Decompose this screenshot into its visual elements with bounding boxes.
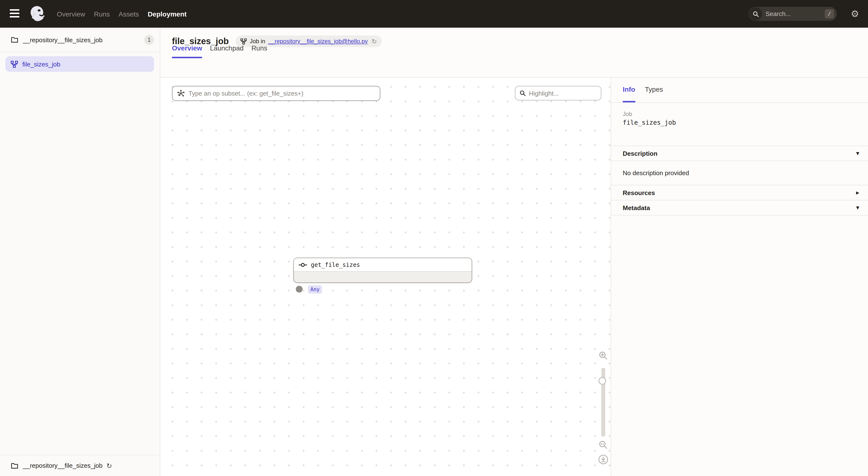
footer-repository-name: __repository__file_sizes_job xyxy=(23,462,102,469)
highlight-filter xyxy=(515,86,601,100)
primary-nav: Overview Runs Assets Deployment xyxy=(57,0,187,28)
description-text: No description provided xyxy=(623,169,689,177)
sidebar-item-label: file_sizes_job xyxy=(22,60,60,68)
search-icon xyxy=(749,7,762,21)
op-subset-input[interactable] xyxy=(188,90,375,97)
tab-runs[interactable]: Runs xyxy=(251,28,267,58)
repository-name: __repository__file_sizes_job xyxy=(23,36,144,43)
job-origin-link[interactable]: __repository__file_sizes_job@hello.py xyxy=(268,38,368,45)
op-node-get-file-sizes[interactable]: get_file_sizes xyxy=(293,258,472,283)
hamburger-menu-icon[interactable] xyxy=(10,9,20,19)
op-selector-icon xyxy=(177,89,185,98)
op-node-title: get_file_sizes xyxy=(294,258,472,272)
inspector-panel: Info Types Job file_sizes_job Descriptio… xyxy=(611,78,868,476)
sidebar-item-file-sizes-job[interactable]: file_sizes_job xyxy=(5,56,154,72)
job-name-value: file_sizes_job xyxy=(623,119,856,126)
nav-item-assets[interactable]: Assets xyxy=(119,10,139,18)
download-graph-icon[interactable] xyxy=(598,454,609,465)
job-graph-icon xyxy=(11,60,18,68)
section-description-header[interactable]: Description ▼ xyxy=(611,145,868,161)
job-kind-label: Job xyxy=(623,111,856,117)
caret-right-icon: ▶ xyxy=(856,190,859,195)
section-title: Metadata xyxy=(623,204,650,211)
inspector-job-block: Job file_sizes_job xyxy=(611,103,868,126)
folder-icon xyxy=(11,36,19,44)
sidebar-repository-row[interactable]: __repository__file_sizes_job 1 xyxy=(0,28,160,53)
op-subset-filter xyxy=(172,86,380,101)
nav-item-overview[interactable]: Overview xyxy=(57,10,85,18)
op-node-name: get_file_sizes xyxy=(311,261,360,268)
global-search[interactable]: / xyxy=(748,7,837,21)
app-window: Overview Runs Assets Deployment / ⚙ __re… xyxy=(0,0,868,476)
job-sidebar: __repository__file_sizes_job 1 file_size… xyxy=(0,28,160,476)
search-shortcut-key: / xyxy=(825,9,834,19)
page-header: file_sizes_job Job in __repository__file… xyxy=(160,28,868,78)
search-input[interactable] xyxy=(763,10,825,18)
section-description-body: No description provided xyxy=(611,161,868,185)
inspector-sections: Description ▼ No description provided Re… xyxy=(611,145,868,215)
section-title: Description xyxy=(623,150,657,157)
section-title: Resources xyxy=(623,189,655,196)
sidebar-footer-repository[interactable]: __repository__file_sizes_job ↻ xyxy=(0,455,160,476)
nav-item-runs[interactable]: Runs xyxy=(94,10,110,18)
tab-overview[interactable]: Overview xyxy=(172,28,202,58)
gear-icon[interactable]: ⚙ xyxy=(849,8,860,19)
folder-icon xyxy=(11,462,19,470)
tab-launchpad[interactable]: Launchpad xyxy=(210,28,244,58)
zoom-in-icon[interactable] xyxy=(598,351,608,361)
dagster-logo-icon[interactable] xyxy=(28,4,46,23)
output-type-badge[interactable]: Any xyxy=(308,285,322,294)
caret-down-icon: ▼ xyxy=(856,151,859,156)
caret-down-icon: ▼ xyxy=(856,205,859,210)
op-icon xyxy=(299,262,307,268)
repository-count-badge: 1 xyxy=(144,35,154,45)
page-tabs: Overview Launchpad Runs xyxy=(172,28,268,58)
search-icon xyxy=(519,90,526,97)
op-output-port xyxy=(296,286,303,293)
section-divider xyxy=(611,215,868,215)
reload-job-icon[interactable]: ↻ xyxy=(372,38,377,45)
reload-repository-icon[interactable]: ↻ xyxy=(106,462,112,470)
section-resources-header[interactable]: Resources ▶ xyxy=(611,185,868,200)
tab-types[interactable]: Types xyxy=(645,78,663,102)
zoom-out-icon[interactable] xyxy=(598,440,608,450)
tab-info[interactable]: Info xyxy=(623,78,635,102)
zoom-slider-handle[interactable] xyxy=(598,377,606,385)
top-navigation-bar: Overview Runs Assets Deployment / ⚙ xyxy=(0,0,868,28)
nav-item-deployment[interactable]: Deployment xyxy=(148,10,187,18)
inspector-tabs: Info Types xyxy=(611,78,868,103)
section-metadata-header[interactable]: Metadata ▼ xyxy=(611,200,868,215)
highlight-input[interactable] xyxy=(529,90,597,97)
op-graph-canvas[interactable]: get_file_sizes Any xyxy=(160,78,611,476)
